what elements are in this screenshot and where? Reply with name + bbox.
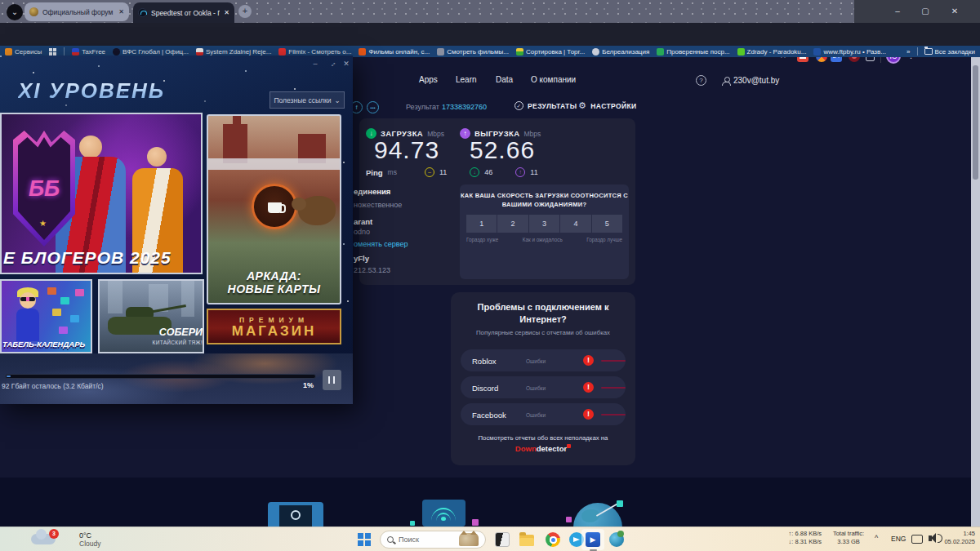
bookmark-favicon — [657, 48, 664, 56]
nav-about[interactable]: О компании — [531, 75, 576, 84]
nav-apps[interactable]: Apps — [419, 75, 438, 84]
bookmark-favicon — [113, 48, 120, 56]
launcher-resize-button[interactable]: ↔ — [324, 56, 341, 72]
bookmark-item[interactable]: Проверенные поср... — [657, 48, 729, 56]
decor-square — [566, 517, 572, 522]
bookmark-favicon — [437, 48, 444, 56]
service-row-roblox[interactable]: Roblox Ошибки ! — [461, 349, 626, 371]
launcher-minimize-button[interactable]: – — [309, 59, 322, 69]
speaker-icon — [931, 533, 936, 543]
traffic-label: Total traffic: — [826, 530, 871, 538]
blogger-one — [79, 136, 102, 158]
apps-grid-icon[interactable] — [49, 48, 56, 56]
photos-app-icon[interactable] — [495, 532, 510, 547]
bookmark-item[interactable]: Фильмы онлайн, с... — [359, 48, 430, 56]
window-maximize-button[interactable]: ▢ — [916, 6, 934, 17]
tab-settings[interactable]: ⚙ НАСТРОЙКИ — [578, 101, 637, 110]
ping-idle-value: 11 — [439, 168, 447, 176]
taskbar-search[interactable]: Поиск — [380, 531, 486, 549]
alert-icon: ! — [583, 409, 594, 420]
traffic-widget[interactable]: Total traffic: 3.33 GB — [826, 530, 871, 546]
chrome-icon[interactable] — [546, 532, 560, 547]
useful-links-label: Полезные ссылки — [274, 96, 331, 104]
download-value: 94.73 — [374, 136, 439, 164]
tray-chevron-up-icon[interactable]: ^ — [875, 534, 878, 542]
share-more-icon[interactable]: ••• — [367, 101, 379, 113]
result-id-link[interactable]: 17338392760 — [442, 103, 487, 111]
launcher-close-button[interactable]: ✕ — [340, 59, 353, 69]
clock-widget[interactable]: 1:45 05.02.2025 — [938, 530, 975, 546]
bookmark-item[interactable]: ВФС Глобал | Офиц... — [113, 48, 189, 56]
nav-data[interactable]: Data — [496, 75, 513, 84]
account-icon[interactable] — [722, 77, 730, 85]
new-tab-button[interactable]: + — [238, 5, 252, 18]
weather-temperature[interactable]: 0°C — [79, 531, 91, 540]
bookmark-item[interactable]: Смотреть фильмы... — [437, 48, 509, 56]
bookmark-item[interactable]: TaxFree — [72, 48, 105, 56]
screen: – ▢ ✕ ⌄ Официальный форум игры «М ✕ Spee… — [0, 0, 980, 551]
network-speed-widget[interactable]: ↑: 6.88 KB/s ↓: 8.31 KB/s — [766, 530, 822, 546]
survey-button-5[interactable]: 5 — [592, 215, 622, 233]
bookmark-item[interactable]: Сервисы — [5, 48, 42, 56]
bookmark-item[interactable]: Белреализация — [592, 48, 649, 56]
bloggers-banner[interactable]: ББ ★ Е БЛОГЕРОВ 2025 — [0, 113, 203, 274]
useful-links-button[interactable]: Полезные ссылки ⌄ — [270, 91, 345, 109]
expectation-survey: КАК ВАША СКОРОСТЬ ЗАГРУЗКИ СООТНОСИТСЯ С… — [460, 184, 629, 279]
arcade-title-line2: НОВЫЕ КАРТЫ — [208, 282, 340, 295]
service-row-discord[interactable]: Discord Ошибки ! — [461, 376, 626, 398]
window-minimize-button[interactable]: – — [889, 6, 906, 17]
calendar-caption: ТАБЕЛЬ-КАЛЕНДАРЬ — [2, 340, 92, 349]
ping-unit: ms — [388, 168, 397, 176]
start-button[interactable] — [358, 533, 371, 546]
network-display-icon[interactable] — [911, 535, 923, 544]
game-icon[interactable] — [609, 532, 624, 547]
scrollbar-thumb[interactable] — [973, 65, 978, 180]
ping-download-icon: ↓ — [470, 167, 479, 177]
tab-close-icon[interactable]: ✕ — [224, 9, 229, 16]
date: 05.02.2025 — [938, 538, 975, 546]
tab-speedtest[interactable]: Speedtest от Ookla - Глобальн ✕ — [133, 2, 234, 23]
tab-close-icon[interactable]: ✕ — [118, 8, 124, 16]
connections-value: ножественное — [354, 201, 402, 209]
bookmark-item[interactable]: www.ftpby.ru • Разв... — [813, 48, 885, 56]
tab-results[interactable]: ✓ РЕЗУЛЬТАТЫ — [514, 101, 577, 110]
bookmarks-overflow-icon[interactable]: » — [906, 48, 910, 56]
bookmark-label: ВФС Глобал | Офиц... — [122, 48, 189, 56]
errors-label: Ошибки — [526, 385, 546, 391]
bookmark-label: Сортировка | Торг... — [526, 48, 585, 56]
bookmark-favicon — [813, 48, 821, 56]
service-row-facebook[interactable]: Facebook Ошибки ! — [461, 403, 626, 425]
survey-button-4[interactable]: 4 — [560, 215, 590, 233]
weather-condition[interactable]: Cloudy — [79, 540, 100, 548]
brand-detector: detector — [537, 444, 567, 453]
tab-forum[interactable]: Официальный форум игры «М ✕ — [24, 2, 129, 21]
pause-download-button[interactable] — [323, 370, 341, 390]
game-launcher-window: – ↔ ✕ XI УРОВЕНЬ Полезные ссылки ⌄ ББ ★ … — [0, 56, 353, 404]
survey-button-2[interactable]: 2 — [497, 215, 528, 233]
bookmark-label: www.ftpby.ru • Разв... — [823, 48, 885, 56]
change-server-link[interactable]: оменять сервер — [354, 240, 408, 248]
file-explorer-icon[interactable] — [519, 535, 534, 546]
account-email[interactable]: 230v@tut.by — [733, 76, 779, 85]
download-panel — [0, 353, 353, 404]
arcade-card[interactable]: АРКАДА: НОВЫЕ КАРТЫ — [207, 114, 341, 304]
downdetector-link[interactable]: Downdetector — [451, 444, 635, 453]
bookmark-item[interactable]: Filmix - Смотреть о... — [278, 48, 351, 56]
game-launcher-icon[interactable]: ▶ — [586, 532, 600, 547]
help-icon[interactable]: ? — [696, 75, 706, 86]
bookmark-item[interactable]: Zdrady - Paradoku... — [737, 48, 807, 56]
all-bookmarks-button[interactable]: Все закладки — [924, 48, 975, 56]
tab-search-button[interactable]: ⌄ — [7, 4, 23, 20]
tank-card[interactable]: СОБЕРИ КИТАЙСКИЙ ТЯЖ! — [98, 279, 204, 353]
connection-problems-card: Проблемы с подключением к Интернет? Попу… — [451, 292, 635, 465]
browser-tab-strip: – ▢ ✕ ⌄ Официальный форум игры «М ✕ Spee… — [0, 0, 980, 23]
survey-button-3[interactable]: 3 — [529, 215, 559, 233]
nav-learn[interactable]: Learn — [456, 75, 477, 84]
premium-shop-banner[interactable]: ПРЕМИУМ МАГАЗИН — [207, 309, 341, 344]
bookmark-item[interactable]: Сортировка | Торг... — [516, 48, 585, 56]
survey-button-1[interactable]: 1 — [466, 215, 497, 233]
language-indicator[interactable]: ENG — [891, 535, 906, 543]
window-close-button[interactable]: ✕ — [946, 6, 964, 17]
bookmark-item[interactable]: System Zdalnej Reje... — [196, 48, 271, 56]
calendar-card[interactable]: ТАБЕЛЬ-КАЛЕНДАРЬ — [0, 279, 92, 353]
